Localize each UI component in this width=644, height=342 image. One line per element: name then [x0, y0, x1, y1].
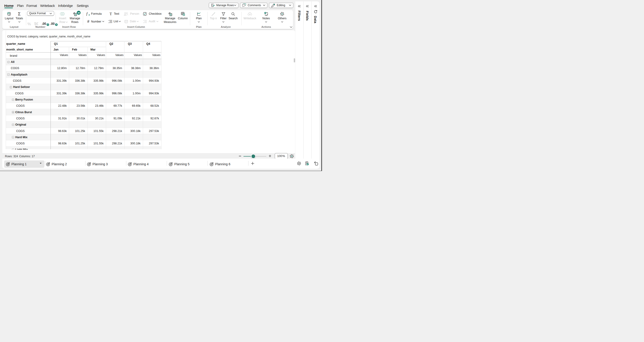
svg-text:36: 36 — [78, 11, 80, 14]
